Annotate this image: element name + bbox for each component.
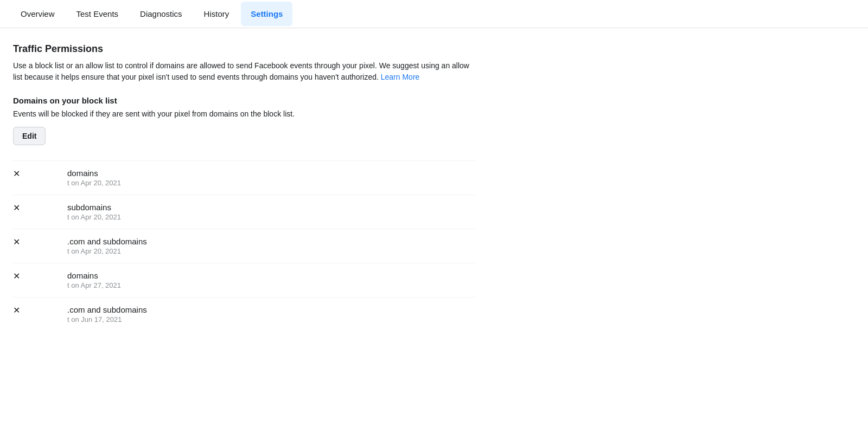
domain-name-5: .com and subdomains xyxy=(67,305,147,314)
remove-icon-3[interactable]: ✕ xyxy=(13,238,24,247)
domain-date-2: t on Apr 20, 2021 xyxy=(67,213,121,221)
tab-overview[interactable]: Overview xyxy=(11,2,65,26)
domain-list: ✕ domains t on Apr 20, 2021 ✕ subdomains… xyxy=(13,160,475,331)
list-item: ✕ domains t on Apr 20, 2021 xyxy=(13,160,475,195)
tab-settings[interactable]: Settings xyxy=(241,2,292,26)
domain-date-3: t on Apr 20, 2021 xyxy=(67,247,147,255)
main-content: Traffic Permissions Use a block list or … xyxy=(0,28,488,346)
traffic-permissions-section: Traffic Permissions Use a block list or … xyxy=(13,43,475,83)
tab-diagnostics[interactable]: Diagnostics xyxy=(130,2,192,26)
domain-name-4: domains xyxy=(67,271,121,280)
tabs-bar: Overview Test Events Diagnostics History… xyxy=(0,0,868,28)
domain-name-2: subdomains xyxy=(67,203,121,212)
list-item: ✕ domains t on Apr 27, 2021 xyxy=(13,263,475,297)
domain-date-1: t on Apr 20, 2021 xyxy=(67,179,121,187)
remove-icon-4[interactable]: ✕ xyxy=(13,272,24,281)
block-list-title: Domains on your block list xyxy=(13,96,475,105)
list-item: ✕ .com and subdomains t on Apr 20, 2021 xyxy=(13,229,475,263)
list-item: ✕ .com and subdomains t on Jun 17, 2021 xyxy=(13,297,475,331)
edit-button[interactable]: Edit xyxy=(13,127,46,145)
domain-date-4: t on Apr 27, 2021 xyxy=(67,281,121,289)
domain-name-3: .com and subdomains xyxy=(67,237,147,246)
remove-icon-1[interactable]: ✕ xyxy=(13,170,24,178)
tab-history[interactable]: History xyxy=(194,2,239,26)
block-list-description: Events will be blocked if they are sent … xyxy=(13,109,475,118)
learn-more-link[interactable]: Learn More xyxy=(381,73,420,81)
domain-date-5: t on Jun 17, 2021 xyxy=(67,315,147,324)
section-description: Use a block list or an allow list to con… xyxy=(13,60,475,83)
domain-name-1: domains xyxy=(67,169,121,178)
remove-icon-2[interactable]: ✕ xyxy=(13,204,24,212)
block-list-section: Domains on your block list Events will b… xyxy=(13,96,475,331)
tab-test-events[interactable]: Test Events xyxy=(67,2,129,26)
list-item: ✕ subdomains t on Apr 20, 2021 xyxy=(13,195,475,229)
section-title: Traffic Permissions xyxy=(13,43,475,55)
remove-icon-5[interactable]: ✕ xyxy=(13,306,24,315)
